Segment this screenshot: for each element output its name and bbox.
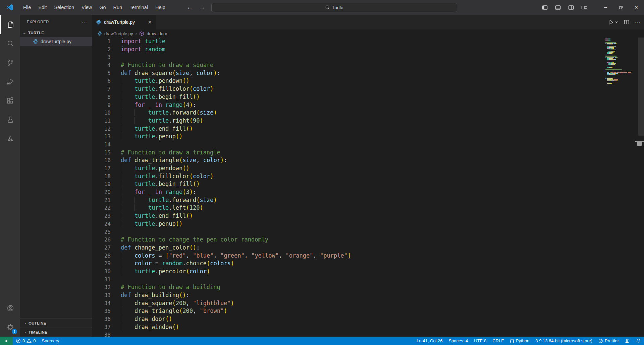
code-line-30[interactable]: 30 turtle.pencolor(color)	[92, 268, 644, 276]
status-python-interpreter[interactable]: 3.9.13 64-bit (microsoft store)	[532, 337, 595, 345]
line-number: 9	[92, 101, 111, 109]
code-line-5[interactable]: 5def draw_square(size, color):	[92, 69, 644, 77]
code-line-22[interactable]: 22 turtle.left(120)	[92, 204, 644, 212]
line-number: 5	[92, 69, 111, 77]
folder-section-turtle[interactable]: ⌄ TURTLE	[20, 29, 92, 37]
menu-run[interactable]: Run	[110, 0, 126, 15]
breadcrumb[interactable]: drawTurtple.py › draw_door	[92, 29, 644, 38]
menu-terminal[interactable]: Terminal	[126, 0, 152, 15]
activity-manage-icon[interactable]: 1	[0, 318, 20, 337]
code-line-15[interactable]: 15# Function to draw a triangle	[92, 149, 644, 157]
code-line-11[interactable]: 11 turtle.right(90)	[92, 117, 644, 125]
code-line-29[interactable]: 29 color = random.choice(colors)	[92, 260, 644, 268]
editor-more-actions-icon[interactable]: ⋯	[635, 19, 641, 26]
activity-explorer-icon[interactable]	[0, 15, 20, 34]
run-python-file-button[interactable]	[608, 19, 618, 25]
code-line-34[interactable]: 34 draw_square(200, "lightblue")	[92, 299, 644, 307]
close-tab-icon[interactable]: ✕	[148, 19, 152, 25]
file-item-drawTurtple.py[interactable]: drawTurtple.py	[20, 37, 92, 46]
status-encoding[interactable]: UTF-8	[471, 337, 489, 345]
minimap[interactable]	[605, 38, 638, 85]
status-prettier[interactable]: Prettier	[595, 337, 622, 345]
code-line-24[interactable]: 24 turtle.penup()	[92, 220, 644, 228]
code-line-37[interactable]: 37 draw_window()	[92, 323, 644, 331]
code-line-33[interactable]: 33def draw_building():	[92, 291, 644, 299]
code-line-36[interactable]: 36 draw_door()	[92, 315, 644, 323]
code-line-9[interactable]: 9 for _ in range(4):	[92, 101, 644, 109]
code-line-27[interactable]: 27def change_pen_color():	[92, 244, 644, 252]
toggle-panel-icon[interactable]	[553, 2, 563, 12]
code-line-26[interactable]: 26# Function to change the pen color ran…	[92, 236, 644, 244]
customize-layout-icon[interactable]	[579, 2, 589, 12]
minimize-button[interactable]: ─	[598, 0, 613, 15]
code-line-25[interactable]: 25	[92, 228, 644, 236]
line-number: 27	[92, 244, 111, 252]
status-language-mode[interactable]: { }Python	[507, 337, 532, 345]
menu-edit[interactable]: Edit	[35, 0, 50, 15]
code-line-31[interactable]: 31	[92, 276, 644, 284]
code-line-23[interactable]: 23 turtle.end_fill()	[92, 212, 644, 220]
activity-azure-icon[interactable]	[0, 129, 20, 148]
code-line-18[interactable]: 18 turtle.fillcolor(color)	[92, 172, 644, 181]
code-line-14[interactable]: 14	[92, 141, 644, 149]
close-window-button[interactable]: ✕	[629, 0, 644, 15]
code-line-1[interactable]: 1import turtle	[92, 38, 644, 46]
activity-extensions-icon[interactable]	[0, 91, 20, 110]
code-line-20[interactable]: 20 for _ in range(3):	[92, 188, 644, 196]
code-line-19[interactable]: 19 turtle.begin_fill()	[92, 180, 644, 188]
code-line-35[interactable]: 35 draw_triangle(200, "brown")	[92, 307, 644, 315]
status-notifications[interactable]	[633, 337, 644, 345]
file-tree: drawTurtple.py	[20, 37, 92, 46]
line-number: 25	[92, 228, 111, 236]
menu-go[interactable]: Go	[96, 0, 109, 15]
code-line-17[interactable]: 17 turtle.pendown()	[92, 164, 644, 172]
line-number: 6	[92, 77, 111, 85]
activity-accounts-icon[interactable]	[0, 298, 20, 318]
activity-run-and-debug-icon[interactable]	[0, 72, 20, 91]
code-line-3[interactable]: 3	[92, 53, 644, 61]
command-center-search[interactable]: Turtle	[211, 3, 457, 12]
sidebar-section-timeline[interactable]: ›TIMELINE	[20, 328, 92, 337]
code-line-16[interactable]: 16def draw_triangle(size, color):	[92, 156, 644, 164]
toggle-secondary-sidebar-icon[interactable]	[566, 2, 576, 12]
code-line-21[interactable]: 21 turtle.forward(size)	[92, 196, 644, 204]
code-line-7[interactable]: 7 turtle.fillcolor(color)	[92, 85, 644, 93]
sidebar-more-actions-icon[interactable]: ⋯	[82, 19, 87, 25]
menu-view[interactable]: View	[78, 0, 96, 15]
code-line-8[interactable]: 8 turtle.begin_fill()	[92, 93, 644, 101]
problems-status[interactable]: 00	[13, 337, 39, 345]
code-line-4[interactable]: 4# Function to draw a square	[92, 61, 644, 69]
split-editor-icon[interactable]	[624, 19, 629, 25]
breadcrumb-symbol[interactable]: draw_door	[147, 31, 167, 36]
code-editor[interactable]: 1import turtle2import random34# Function…	[92, 38, 644, 337]
status-eol[interactable]: CRLF	[489, 337, 507, 345]
status-cursor-position[interactable]: Ln 41, Col 26	[414, 337, 445, 345]
code-line-13[interactable]: 13 turtle.penup()	[92, 133, 644, 141]
code-line-12[interactable]: 12 turtle.end_fill()	[92, 125, 644, 133]
code-line-32[interactable]: 32# Function to draw a building	[92, 283, 644, 291]
sidebar-section-outline[interactable]: ›OUTLINE	[20, 319, 92, 328]
activity-source-control-icon[interactable]	[0, 53, 20, 72]
restore-button[interactable]	[613, 0, 629, 15]
toggle-sidebar-icon[interactable]	[540, 2, 550, 12]
menu-file[interactable]: File	[19, 0, 35, 15]
status-indentation[interactable]: Spaces: 4	[445, 337, 471, 345]
code-line-6[interactable]: 6 turtle.pendown()	[92, 77, 644, 85]
editor-scrollbar[interactable]	[638, 38, 644, 136]
breadcrumb-file[interactable]: drawTurtple.py	[104, 31, 133, 36]
code-line-28[interactable]: 28 colors = ["red", "blue", "green", "ye…	[92, 252, 644, 260]
nav-forward-icon[interactable]: →	[199, 4, 205, 11]
remote-indicator[interactable]	[0, 337, 13, 345]
menu-selection[interactable]: Selection	[50, 0, 78, 15]
line-number: 34	[92, 299, 111, 307]
activity-search-icon[interactable]	[0, 34, 20, 53]
code-line-10[interactable]: 10 turtle.forward(size)	[92, 109, 644, 117]
code-line-2[interactable]: 2import random	[92, 46, 644, 54]
status-feedback[interactable]	[622, 337, 633, 345]
activity-testing-icon[interactable]	[0, 110, 20, 129]
menu-help[interactable]: Help	[152, 0, 169, 15]
nav-back-icon[interactable]: ←	[186, 4, 193, 11]
status-sourcery[interactable]: Sourcery	[39, 337, 62, 345]
tab-drawTurtple.py[interactable]: drawTurtple.py✕	[92, 15, 156, 29]
code-line-38[interactable]: 38	[92, 331, 644, 337]
